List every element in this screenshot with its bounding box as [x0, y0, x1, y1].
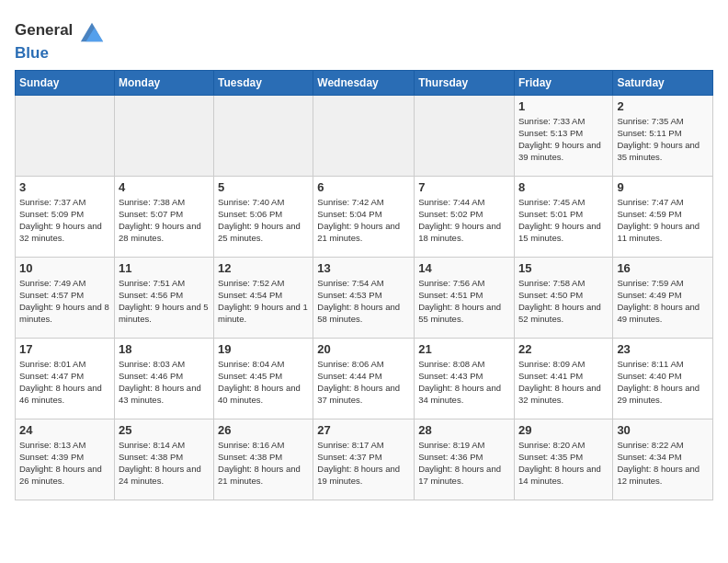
day-number: 5 [218, 180, 309, 194]
logo-icon [79, 18, 105, 44]
day-number: 30 [617, 423, 709, 437]
day-cell: 25Sunrise: 8:14 AM Sunset: 4:38 PM Dayli… [114, 419, 213, 500]
day-info: Sunrise: 8:22 AM Sunset: 4:34 PM Dayligh… [617, 439, 709, 488]
day-cell: 30Sunrise: 8:22 AM Sunset: 4:34 PM Dayli… [613, 419, 713, 500]
day-cell: 15Sunrise: 7:58 AM Sunset: 4:50 PM Dayli… [514, 257, 612, 338]
day-number: 6 [317, 180, 410, 194]
day-info: Sunrise: 7:59 AM Sunset: 4:49 PM Dayligh… [617, 277, 709, 326]
day-number: 13 [317, 261, 410, 275]
day-cell: 23Sunrise: 8:11 AM Sunset: 4:40 PM Dayli… [613, 338, 713, 419]
day-cell: 11Sunrise: 7:51 AM Sunset: 4:56 PM Dayli… [114, 257, 213, 338]
logo-general: General [15, 18, 105, 44]
column-header-friday: Friday [514, 70, 612, 95]
day-info: Sunrise: 7:54 AM Sunset: 4:53 PM Dayligh… [317, 277, 410, 326]
day-cell: 19Sunrise: 8:04 AM Sunset: 4:45 PM Dayli… [214, 338, 313, 419]
day-number: 1 [518, 99, 609, 113]
day-number: 14 [418, 261, 510, 275]
day-info: Sunrise: 8:17 AM Sunset: 4:37 PM Dayligh… [317, 439, 410, 488]
column-header-wednesday: Wednesday [313, 70, 415, 95]
day-info: Sunrise: 7:45 AM Sunset: 5:01 PM Dayligh… [518, 196, 609, 245]
day-cell: 20Sunrise: 8:06 AM Sunset: 4:44 PM Dayli… [313, 338, 415, 419]
day-info: Sunrise: 8:16 AM Sunset: 4:38 PM Dayligh… [218, 439, 309, 488]
day-cell [415, 95, 515, 176]
day-cell: 28Sunrise: 8:19 AM Sunset: 4:36 PM Dayli… [415, 419, 515, 500]
day-info: Sunrise: 7:33 AM Sunset: 5:13 PM Dayligh… [518, 115, 609, 164]
day-number: 10 [19, 261, 110, 275]
day-info: Sunrise: 7:52 AM Sunset: 4:54 PM Dayligh… [218, 277, 309, 326]
day-number: 11 [119, 261, 210, 275]
day-cell: 6Sunrise: 7:42 AM Sunset: 5:04 PM Daylig… [313, 176, 415, 257]
day-info: Sunrise: 7:58 AM Sunset: 4:50 PM Dayligh… [518, 277, 609, 326]
day-number: 28 [418, 423, 510, 437]
day-number: 18 [119, 342, 210, 356]
day-number: 29 [518, 423, 609, 437]
column-header-tuesday: Tuesday [214, 70, 313, 95]
week-row-3: 10Sunrise: 7:49 AM Sunset: 4:57 PM Dayli… [16, 257, 713, 338]
day-cell: 14Sunrise: 7:56 AM Sunset: 4:51 PM Dayli… [415, 257, 515, 338]
day-cell: 21Sunrise: 8:08 AM Sunset: 4:43 PM Dayli… [415, 338, 515, 419]
day-number: 19 [218, 342, 309, 356]
day-cell: 29Sunrise: 8:20 AM Sunset: 4:35 PM Dayli… [514, 419, 612, 500]
day-info: Sunrise: 8:08 AM Sunset: 4:43 PM Dayligh… [418, 358, 510, 407]
logo: General Blue [15, 18, 105, 63]
day-number: 27 [317, 423, 410, 437]
day-cell: 18Sunrise: 8:03 AM Sunset: 4:46 PM Dayli… [114, 338, 213, 419]
day-cell [114, 95, 213, 176]
column-header-thursday: Thursday [415, 70, 515, 95]
calendar-table: SundayMondayTuesdayWednesdayThursdayFrid… [15, 70, 713, 500]
day-info: Sunrise: 7:42 AM Sunset: 5:04 PM Dayligh… [317, 196, 410, 245]
day-info: Sunrise: 8:13 AM Sunset: 4:39 PM Dayligh… [19, 439, 110, 488]
day-number: 9 [617, 180, 709, 194]
day-cell: 8Sunrise: 7:45 AM Sunset: 5:01 PM Daylig… [514, 176, 612, 257]
day-info: Sunrise: 7:49 AM Sunset: 4:57 PM Dayligh… [19, 277, 110, 326]
day-info: Sunrise: 7:38 AM Sunset: 5:07 PM Dayligh… [119, 196, 210, 245]
column-headers: SundayMondayTuesdayWednesdayThursdayFrid… [16, 70, 713, 95]
day-info: Sunrise: 8:14 AM Sunset: 4:38 PM Dayligh… [119, 439, 210, 488]
day-cell: 17Sunrise: 8:01 AM Sunset: 4:47 PM Dayli… [16, 338, 115, 419]
day-number: 26 [218, 423, 309, 437]
day-number: 8 [518, 180, 609, 194]
day-number: 2 [617, 99, 709, 113]
week-row-1: 1Sunrise: 7:33 AM Sunset: 5:13 PM Daylig… [16, 95, 713, 176]
day-cell: 27Sunrise: 8:17 AM Sunset: 4:37 PM Dayli… [313, 419, 415, 500]
day-number: 22 [518, 342, 609, 356]
day-info: Sunrise: 8:04 AM Sunset: 4:45 PM Dayligh… [218, 358, 309, 407]
day-cell [16, 95, 115, 176]
day-info: Sunrise: 7:40 AM Sunset: 5:06 PM Dayligh… [218, 196, 309, 245]
day-number: 25 [119, 423, 210, 437]
day-cell: 7Sunrise: 7:44 AM Sunset: 5:02 PM Daylig… [415, 176, 515, 257]
logo-blue: Blue [15, 44, 105, 63]
calendar-body: 1Sunrise: 7:33 AM Sunset: 5:13 PM Daylig… [16, 95, 713, 500]
day-info: Sunrise: 8:20 AM Sunset: 4:35 PM Dayligh… [518, 439, 609, 488]
week-row-4: 17Sunrise: 8:01 AM Sunset: 4:47 PM Dayli… [16, 338, 713, 419]
week-row-5: 24Sunrise: 8:13 AM Sunset: 4:39 PM Dayli… [16, 419, 713, 500]
page-header: General Blue [15, 15, 713, 63]
day-cell: 12Sunrise: 7:52 AM Sunset: 4:54 PM Dayli… [214, 257, 313, 338]
day-cell: 1Sunrise: 7:33 AM Sunset: 5:13 PM Daylig… [514, 95, 612, 176]
day-number: 17 [19, 342, 110, 356]
day-info: Sunrise: 8:06 AM Sunset: 4:44 PM Dayligh… [317, 358, 410, 407]
day-info: Sunrise: 7:44 AM Sunset: 5:02 PM Dayligh… [418, 196, 510, 245]
day-cell: 16Sunrise: 7:59 AM Sunset: 4:49 PM Dayli… [613, 257, 713, 338]
day-number: 16 [617, 261, 709, 275]
day-number: 23 [617, 342, 709, 356]
day-info: Sunrise: 7:56 AM Sunset: 4:51 PM Dayligh… [418, 277, 510, 326]
day-cell: 26Sunrise: 8:16 AM Sunset: 4:38 PM Dayli… [214, 419, 313, 500]
day-cell: 2Sunrise: 7:35 AM Sunset: 5:11 PM Daylig… [613, 95, 713, 176]
day-info: Sunrise: 8:01 AM Sunset: 4:47 PM Dayligh… [19, 358, 110, 407]
day-cell: 10Sunrise: 7:49 AM Sunset: 4:57 PM Dayli… [16, 257, 115, 338]
day-info: Sunrise: 7:47 AM Sunset: 4:59 PM Dayligh… [617, 196, 709, 245]
day-info: Sunrise: 7:37 AM Sunset: 5:09 PM Dayligh… [19, 196, 110, 245]
day-number: 21 [418, 342, 510, 356]
day-info: Sunrise: 8:09 AM Sunset: 4:41 PM Dayligh… [518, 358, 609, 407]
column-header-saturday: Saturday [613, 70, 713, 95]
week-row-2: 3Sunrise: 7:37 AM Sunset: 5:09 PM Daylig… [16, 176, 713, 257]
day-number: 7 [418, 180, 510, 194]
day-cell: 22Sunrise: 8:09 AM Sunset: 4:41 PM Dayli… [514, 338, 612, 419]
day-cell: 5Sunrise: 7:40 AM Sunset: 5:06 PM Daylig… [214, 176, 313, 257]
day-number: 12 [218, 261, 309, 275]
day-info: Sunrise: 8:11 AM Sunset: 4:40 PM Dayligh… [617, 358, 709, 407]
day-number: 4 [119, 180, 210, 194]
day-cell: 4Sunrise: 7:38 AM Sunset: 5:07 PM Daylig… [114, 176, 213, 257]
day-cell [313, 95, 415, 176]
